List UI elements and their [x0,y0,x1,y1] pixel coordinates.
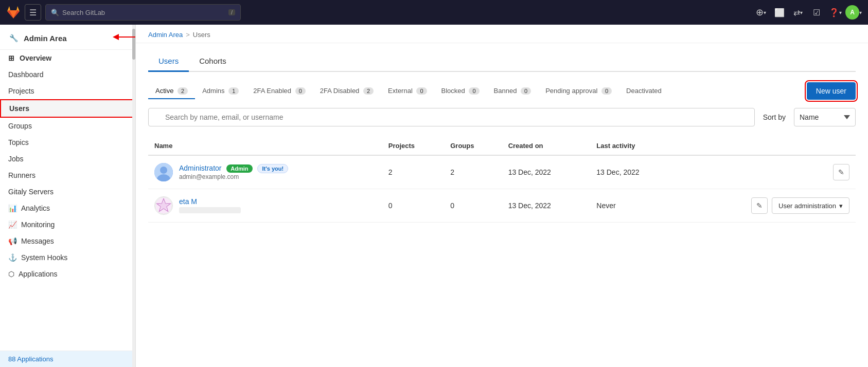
breadcrumb-current: Users [193,31,210,39]
sort-select[interactable]: Name Created on Last activity Projects [794,108,856,126]
applications-count-label: 88 Applications [8,355,53,363]
filter-admins-count: 1 [228,87,239,95]
sidebar-scrollbar[interactable] [132,25,135,367]
sidebar-item-label: Gitaly Servers [8,188,54,196]
sidebar-item-label: Analytics [21,204,50,212]
sidebar-item-jobs[interactable]: Jobs [0,151,135,167]
sidebar-item-label: Applications [19,270,58,278]
badge-admin: Admin [226,164,252,173]
sidebar-section-overview[interactable]: ⊞ Overview [0,50,135,66]
filter-deactivated-label: Deactivated [626,87,662,95]
users-search-input[interactable] [148,108,755,126]
search-sort-row: 🔍 Sort by Name Created on Last activity … [148,108,856,126]
create-button[interactable]: ⊕ ▾ [753,4,769,21]
sidebar-item-groups[interactable]: Groups [0,118,135,134]
sidebar-item-users[interactable]: Users [0,99,135,118]
search-shortcut: / [228,9,235,15]
table-header: Name Projects Groups Created on Last act… [148,137,856,155]
edit-user-button[interactable]: ✎ [833,164,849,180]
sidebar-item-label: Projects [8,87,34,95]
sidebar-item-projects[interactable]: Projects [0,83,135,99]
chevron-down-icon-admin: ▾ [839,202,843,210]
user-administration-button[interactable]: User administration ▾ [772,197,849,214]
table-row: Administrator Admin It's you! admin@exam… [148,155,856,189]
user-groups: 0 [444,189,502,223]
hooks-icon: ⚓ [8,253,17,262]
help-button[interactable]: ❓ ▾ [827,4,843,21]
sidebar-item-applications[interactable]: ⬡ Applications [0,266,135,282]
todo-button[interactable]: ☑ [808,4,825,21]
sidebar-header: 🔧 Admin Area [0,25,135,50]
user-name-link[interactable]: eta M [179,197,197,206]
sidebar-item-runners[interactable]: Runners [0,167,135,183]
filter-tab-banned[interactable]: Banned 0 [487,83,539,99]
filter-tab-2fa-disabled[interactable]: 2FA Disabled 2 [313,83,381,99]
hamburger-button[interactable]: ☰ [25,4,41,21]
filter-tab-deactivated[interactable]: Deactivated [619,83,669,99]
issues-button[interactable]: ⬜ [771,4,788,21]
topnav: ☰ 🔍 Search GitLab / ⊕ ▾ ⬜ ⇄ ▾ ☑ ❓ ▾ A ▾ [0,0,868,25]
filter-tab-admins[interactable]: Admins 1 [195,83,246,99]
filter-pending-label: Pending approval [545,87,597,95]
user-info: eta M [154,196,376,215]
edit-user-button-eta[interactable]: ✎ [751,197,768,214]
page-tabs: Users Cohorts [148,51,856,72]
user-name-cell: eta M [148,189,382,223]
global-search[interactable]: 🔍 Search GitLab / [45,4,241,21]
chevron-down-icon-mr: ▾ [800,10,803,15]
sidebar-item-dashboard[interactable]: Dashboard [0,66,135,83]
plus-icon: ⊕ [756,7,764,18]
sidebar-title: Admin Area [24,34,67,43]
svg-point-5 [160,201,167,209]
gitlab-logo[interactable] [6,5,21,20]
users-table: Name Projects Groups Created on Last act… [148,137,856,223]
user-projects: 2 [382,155,445,189]
filter-tab-pending[interactable]: Pending approval 0 [538,83,619,99]
filter-tab-2fa-enabled[interactable]: 2FA Enabled 0 [246,83,312,99]
tab-users[interactable]: Users [148,51,189,72]
filter-tab-external[interactable]: External 0 [381,83,434,99]
filter-tab-blocked[interactable]: Blocked 0 [434,83,487,99]
avatar [154,196,173,215]
filter-2fa-enabled-count: 0 [295,87,306,95]
sidebar-item-messages[interactable]: 📢 Messages [0,233,135,249]
filter-active-count: 2 [178,87,188,95]
grid-icon: ⊞ [8,54,14,62]
filter-2fa-enabled-label: 2FA Enabled [253,87,291,95]
filter-blocked-label: Blocked [441,87,465,95]
issues-icon: ⬜ [774,8,785,17]
sidebar-item-label: Monitoring [21,221,55,229]
user-email: admin@example.com [179,173,288,180]
avatar [154,163,173,181]
user-name-link[interactable]: Administrator [179,164,221,172]
todo-icon: ☑ [813,8,820,17]
chevron-down-icon-help: ▾ [839,10,842,15]
new-user-button[interactable]: New user [807,82,856,100]
filter-row: Active 2 Admins 1 2FA Enabled 0 2FA Disa… [148,82,856,100]
user-name-row: Administrator Admin It's you! [179,164,288,173]
tab-cohorts-label: Cohorts [199,57,226,65]
filter-2fa-disabled-label: 2FA Disabled [320,87,360,95]
filter-tabs: Active 2 Admins 1 2FA Enabled 0 2FA Disa… [148,83,669,99]
breadcrumb-admin-area[interactable]: Admin Area [148,31,183,39]
sidebar-item-label: System Hooks [21,253,67,262]
sidebar-item-system-hooks[interactable]: ⚓ System Hooks [0,249,135,266]
col-name: Name [148,137,382,155]
sidebar-item-topics[interactable]: Topics [0,134,135,151]
user-details: Administrator Admin It's you! admin@exam… [179,164,288,180]
breadcrumb: Admin Area > Users [136,25,868,43]
svg-point-1 [160,167,167,174]
sidebar-item-analytics[interactable]: 📊 Analytics [0,200,135,216]
merge-requests-button[interactable]: ⇄ ▾ [790,4,806,21]
col-last-activity: Last activity [590,137,679,155]
profile-button[interactable]: A ▾ [845,4,862,21]
filter-tab-active[interactable]: Active 2 [148,83,195,99]
sidebar-item-label: Users [9,104,29,113]
sidebar-item-gitaly-servers[interactable]: Gitaly Servers [0,183,135,200]
search-icon: 🔍 [51,9,59,16]
col-projects: Projects [382,137,445,155]
sidebar-item-monitoring[interactable]: 📈 Monitoring [0,216,135,233]
breadcrumb-separator: > [186,31,190,39]
chevron-down-icon: ▾ [764,10,766,15]
tab-cohorts[interactable]: Cohorts [189,51,237,72]
